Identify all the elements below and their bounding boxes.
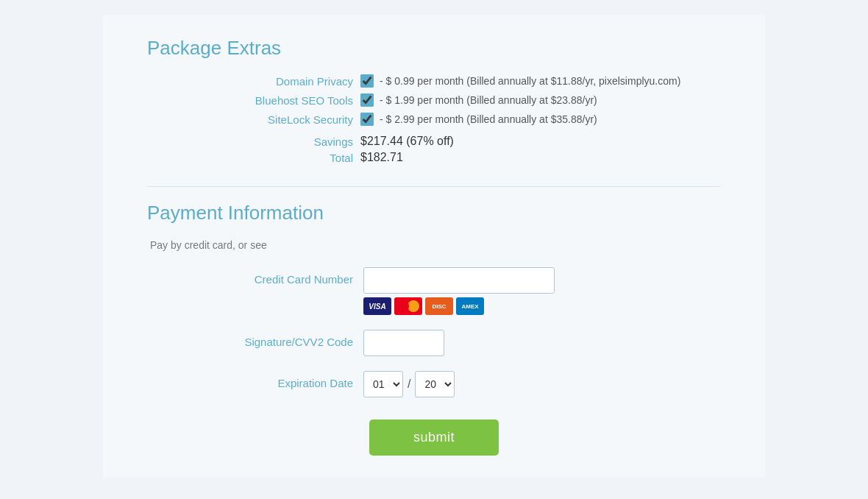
seo-tools-checkbox[interactable] xyxy=(360,93,374,107)
cc-input-wrapper: VISA DISC AMEX xyxy=(363,267,555,315)
section-divider xyxy=(147,186,721,187)
total-label: Total xyxy=(191,152,353,164)
cc-number-input[interactable] xyxy=(363,267,555,294)
domain-privacy-row: Domain Privacy - $ 0.99 per month (Bille… xyxy=(191,74,721,88)
extras-table: Domain Privacy - $ 0.99 per month (Bille… xyxy=(191,74,721,164)
expiry-group: Expiration Date 010203040506070809101112… xyxy=(191,371,721,397)
expiry-year-select[interactable]: 2021222324252627282930 xyxy=(415,371,455,397)
savings-row: Savings $217.44 (67% off) xyxy=(191,135,721,148)
sitelock-desc: - $ 2.99 per month (Billed annually at $… xyxy=(380,113,597,125)
package-extras-section: Package Extras Domain Privacy - $ 0.99 p… xyxy=(147,37,721,164)
savings-value: $217.44 (67% off) xyxy=(360,135,454,148)
submit-section: submit xyxy=(147,420,721,456)
payment-title: Payment Information xyxy=(147,202,721,224)
domain-privacy-label: Domain Privacy xyxy=(191,75,353,88)
total-value: $182.71 xyxy=(360,151,403,164)
total-row: Total $182.71 xyxy=(191,151,721,164)
payment-subtitle: Pay by credit card, or see xyxy=(150,239,721,251)
cvv-input[interactable] xyxy=(363,330,444,356)
discover-icon: DISC xyxy=(425,297,453,315)
savings-label: Savings xyxy=(191,135,353,148)
expiry-wrapper: 010203040506070809101112 / 2021222324252… xyxy=(363,371,455,397)
expiry-month-select[interactable]: 010203040506070809101112 xyxy=(363,371,403,397)
domain-privacy-checkbox[interactable] xyxy=(360,74,374,88)
sitelock-row: SiteLock Security - $ 2.99 per month (Bi… xyxy=(191,113,721,126)
payment-section: Payment Information Pay by credit card, … xyxy=(147,202,721,397)
mastercard-icon xyxy=(394,297,422,315)
sitelock-checkbox[interactable] xyxy=(360,113,374,126)
cvv-group: Signature/CVV2 Code xyxy=(191,330,721,356)
sitelock-label: SiteLock Security xyxy=(191,113,353,126)
card-icons-container: VISA DISC AMEX xyxy=(363,297,555,315)
page-container: Package Extras Domain Privacy - $ 0.99 p… xyxy=(103,15,765,478)
seo-tools-label: Bluehost SEO Tools xyxy=(191,94,353,107)
submit-button[interactable]: submit xyxy=(369,420,499,456)
cc-number-label: Credit Card Number xyxy=(191,267,353,286)
seo-tools-desc: - $ 1.99 per month (Billed annually at $… xyxy=(380,94,597,106)
expiry-separator: / xyxy=(408,378,410,391)
seo-tools-row: Bluehost SEO Tools - $ 1.99 per month (B… xyxy=(191,93,721,107)
cc-number-group: Credit Card Number VISA DISC AMEX xyxy=(191,267,721,315)
package-extras-title: Package Extras xyxy=(147,37,721,60)
visa-icon: VISA xyxy=(363,297,391,315)
cvv-label: Signature/CVV2 Code xyxy=(191,330,353,348)
expiry-label: Expiration Date xyxy=(191,371,353,389)
amex-icon: AMEX xyxy=(456,297,484,315)
domain-privacy-desc: - $ 0.99 per month (Billed annually at $… xyxy=(380,75,680,87)
